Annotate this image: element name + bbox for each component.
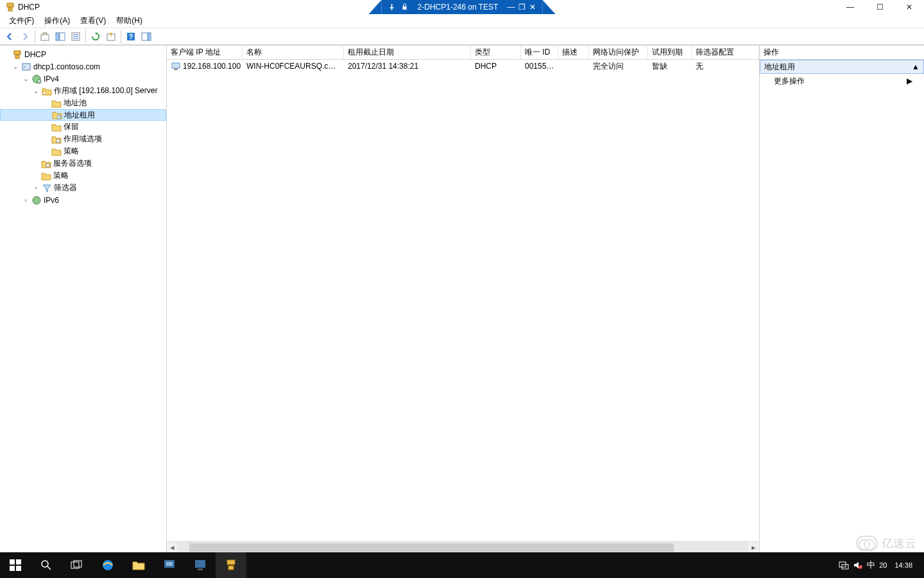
svg-rect-10 <box>142 33 148 40</box>
actions-pane: 操作 地址租用 ▲ 更多操作 ▶ <box>760 46 924 552</box>
col-filter[interactable]: 筛选器配置 <box>692 46 759 59</box>
horizontal-scrollbar[interactable]: ◄ ► <box>167 541 759 552</box>
export-list-button[interactable] <box>69 30 83 44</box>
svg-rect-11 <box>148 33 151 40</box>
svg-rect-5 <box>60 33 65 40</box>
expand-icon[interactable]: › <box>32 184 40 191</box>
svg-rect-27 <box>10 566 15 571</box>
maximize-button[interactable]: ☐ <box>865 0 894 14</box>
dhcp-icon <box>12 49 22 60</box>
menu-bar: 文件(F) 操作(A) 查看(V) 帮助(H) <box>0 14 924 28</box>
tree-filters[interactable]: › 筛选器 <box>0 182 166 194</box>
svg-rect-4 <box>56 33 59 40</box>
refresh-button[interactable] <box>89 30 103 44</box>
menu-file[interactable]: 文件(F) <box>4 14 39 28</box>
window-title: DHCP <box>18 3 40 12</box>
col-lease-expiration[interactable]: 租用截止日期 <box>344 46 471 59</box>
remote-session-bar: 2-DHCP1-246 on TEST — ❐ ✕ <box>382 0 543 14</box>
collapse-icon[interactable]: ⌄ <box>12 63 19 70</box>
svg-rect-21 <box>46 164 49 167</box>
scroll-left-button[interactable]: ◄ <box>167 542 178 553</box>
taskbar-vmconnect[interactable] <box>185 552 216 578</box>
taskbar-dhcp[interactable] <box>216 552 246 578</box>
tree-scope-policies[interactable]: 策略 <box>0 145 166 157</box>
tray-network-icon[interactable] <box>839 561 849 570</box>
tree-scope-options[interactable]: 作用域选项 <box>0 133 166 145</box>
title-bar: DHCP 2-DHCP1-246 on TEST — ❐ ✕ — ☐ ✕ <box>0 0 924 14</box>
scope-tree[interactable]: DHCP ⌄ dhcp1.contoso.com ⌄ IPv4 ⌄ 作用域 [1… <box>0 46 167 552</box>
svg-rect-3 <box>41 35 49 40</box>
ipv4-icon <box>31 74 42 84</box>
expand-icon[interactable]: › <box>22 197 30 204</box>
col-unique-id[interactable]: 唯一 ID <box>521 46 558 59</box>
tray-ime[interactable]: 中 <box>867 559 875 571</box>
taskbar-hyperv[interactable] <box>154 552 185 578</box>
more-actions[interactable]: 更多操作 ▶ <box>760 74 924 88</box>
col-type[interactable]: 类型 <box>471 46 521 59</box>
svg-rect-0 <box>7 3 13 7</box>
tree-address-leases[interactable]: 地址租用 <box>0 109 166 121</box>
remote-minimize-button[interactable]: — <box>507 3 515 12</box>
lease-list: 客户端 IP 地址 名称 租用截止日期 类型 唯一 ID 描述 网络访问保护 试… <box>167 46 760 552</box>
svg-rect-37 <box>198 568 203 570</box>
tree-server[interactable]: ⌄ dhcp1.contoso.com <box>0 60 166 73</box>
search-button[interactable] <box>31 552 62 578</box>
tree-server-options[interactable]: 服务器选项 <box>0 157 166 170</box>
tree-ipv4[interactable]: ⌄ IPv4 <box>0 73 166 85</box>
lock-icon <box>401 3 409 11</box>
tree-server-policies[interactable]: 策略 <box>0 170 166 182</box>
up-button[interactable] <box>38 30 52 44</box>
svg-rect-28 <box>16 566 21 571</box>
svg-rect-36 <box>195 560 205 568</box>
back-button[interactable] <box>3 30 17 44</box>
tray-extra: 20 <box>879 561 887 569</box>
collapse-section-icon[interactable]: ▲ <box>912 62 920 71</box>
svg-rect-2 <box>403 6 407 10</box>
tree-root-dhcp[interactable]: DHCP <box>0 48 166 60</box>
tree-ipv6[interactable]: › IPv6 <box>0 194 166 206</box>
collapse-icon[interactable]: ⌄ <box>22 75 30 82</box>
tree-address-pool[interactable]: 地址池 <box>0 97 166 109</box>
svg-rect-20 <box>56 139 60 143</box>
remote-restore-button[interactable]: ❐ <box>518 3 526 12</box>
svg-line-30 <box>47 566 51 570</box>
scroll-thumb[interactable] <box>189 543 674 552</box>
forward-button[interactable] <box>18 30 32 44</box>
taskbar: 中 20 14:38 <box>0 552 924 578</box>
show-hide-tree-button[interactable] <box>53 30 67 44</box>
menu-view[interactable]: 查看(V) <box>75 14 111 28</box>
svg-rect-26 <box>16 559 21 565</box>
col-name[interactable]: 名称 <box>243 46 344 59</box>
menu-action[interactable]: 操作(A) <box>39 14 75 28</box>
scope-icon <box>42 86 52 96</box>
scroll-right-button[interactable]: ► <box>748 542 759 553</box>
submenu-arrow-icon: ▶ <box>907 76 912 85</box>
export-button[interactable] <box>104 30 118 44</box>
minimize-button[interactable]: — <box>835 0 865 14</box>
svg-rect-39 <box>228 566 234 570</box>
taskbar-explorer[interactable] <box>123 552 154 578</box>
menu-help[interactable]: 帮助(H) <box>111 14 148 28</box>
pin-icon[interactable] <box>388 3 396 11</box>
taskbar-clock[interactable]: 14:38 <box>891 561 916 569</box>
collapse-icon[interactable]: ⌄ <box>32 87 40 94</box>
col-nap[interactable]: 网络访问保护 <box>589 46 648 59</box>
tree-scope[interactable]: ⌄ 作用域 [192.168.100.0] Server <box>0 85 166 97</box>
col-client-ip[interactable]: 客户端 IP 地址 <box>167 46 243 59</box>
remote-close-button[interactable]: ✕ <box>529 3 536 12</box>
svg-text:?: ? <box>129 33 133 40</box>
tray-volume-icon[interactable] <box>853 561 863 570</box>
close-button[interactable]: ✕ <box>894 0 924 14</box>
svg-rect-38 <box>227 560 235 565</box>
actions-section[interactable]: 地址租用 ▲ <box>760 60 924 74</box>
help-button[interactable]: ? <box>124 30 138 44</box>
taskbar-ie[interactable] <box>92 552 123 578</box>
col-description[interactable]: 描述 <box>558 46 589 59</box>
tree-reservations[interactable]: 保留 <box>0 121 166 133</box>
show-hide-action-pane-button[interactable] <box>139 30 153 44</box>
lease-row[interactable]: 192.168.100.100 WIN-HC0FCEAURSQ.con... 2… <box>167 60 759 73</box>
leases-icon <box>52 110 62 120</box>
col-probation[interactable]: 试用到期 <box>648 46 692 59</box>
task-view-button[interactable] <box>62 552 92 578</box>
start-button[interactable] <box>0 552 31 578</box>
